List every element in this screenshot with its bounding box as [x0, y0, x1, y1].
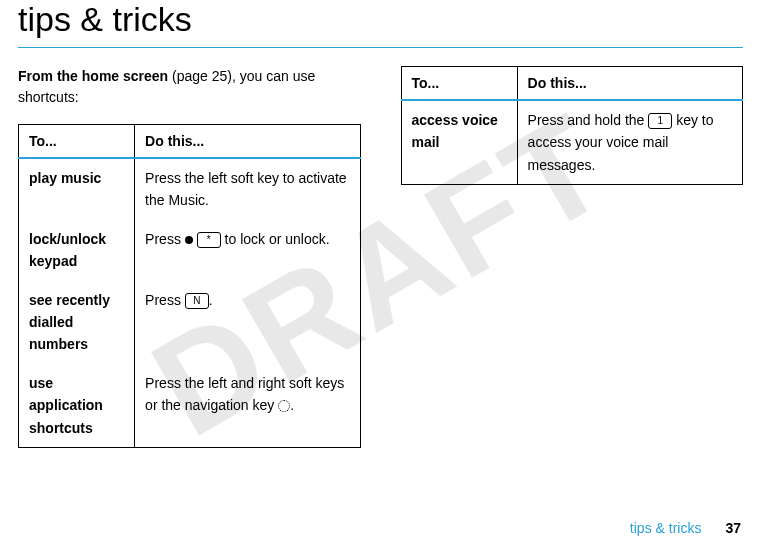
title-rule — [18, 47, 743, 48]
left-column: From the home screen (page 25), you can … — [18, 66, 361, 448]
cell-do: Press N. — [135, 281, 360, 364]
shortcuts-table-right: To... Do this... access voice mail Press… — [401, 66, 744, 185]
header-do: Do this... — [135, 125, 360, 159]
text-pre: Press and hold the — [528, 112, 649, 128]
text-post: . — [290, 397, 294, 413]
table-row: use application shortcuts Press the left… — [19, 364, 361, 448]
header-do: Do this... — [517, 67, 742, 101]
table-row: access voice mail Press and hold the 1 k… — [401, 100, 743, 185]
text-pre: Press the left and right soft keys or th… — [145, 375, 344, 413]
header-to: To... — [401, 67, 517, 101]
cell-to: access voice mail — [401, 100, 517, 185]
cell-to: use application shortcuts — [19, 364, 135, 448]
cell-to: lock/unlock keypad — [19, 220, 135, 281]
table-header-row: To... Do this... — [401, 67, 743, 101]
table-row: see recently dialled numbers Press N. — [19, 281, 361, 364]
shortcuts-table-left: To... Do this... play music Press the le… — [18, 124, 361, 448]
page-number: 37 — [725, 520, 741, 536]
star-key-icon: * — [197, 232, 221, 248]
center-key-icon — [185, 236, 193, 244]
cell-do: Press the left soft key to activate the … — [135, 158, 360, 220]
footer-label: tips & tricks — [630, 520, 702, 536]
table-header-row: To... Do this... — [19, 125, 361, 159]
cell-to: play music — [19, 158, 135, 220]
intro-bold: From the home screen — [18, 68, 168, 84]
right-column: To... Do this... access voice mail Press… — [401, 66, 744, 448]
page-title: tips & tricks — [18, 0, 743, 43]
header-to: To... — [19, 125, 135, 159]
page-content: tips & tricks From the home screen (page… — [0, 0, 761, 448]
send-key-icon: N — [185, 293, 209, 309]
cell-do: Press the left and right soft keys or th… — [135, 364, 360, 448]
cell-do: Press and hold the 1 key to access your … — [517, 100, 742, 185]
columns: From the home screen (page 25), you can … — [18, 66, 743, 448]
table-row: play music Press the left soft key to ac… — [19, 158, 361, 220]
text-post: to lock or unlock. — [221, 231, 330, 247]
intro-text: From the home screen (page 25), you can … — [18, 66, 361, 108]
nav-key-icon — [278, 400, 290, 412]
text-pre: Press — [145, 231, 185, 247]
text-pre: Press — [145, 292, 185, 308]
cell-to: see recently dialled numbers — [19, 281, 135, 364]
one-key-icon: 1 — [648, 113, 672, 129]
table-row: lock/unlock keypad Press * to lock or un… — [19, 220, 361, 281]
cell-do: Press * to lock or unlock. — [135, 220, 360, 281]
text-post: . — [209, 292, 213, 308]
footer: tips & tricks37 — [630, 520, 741, 536]
